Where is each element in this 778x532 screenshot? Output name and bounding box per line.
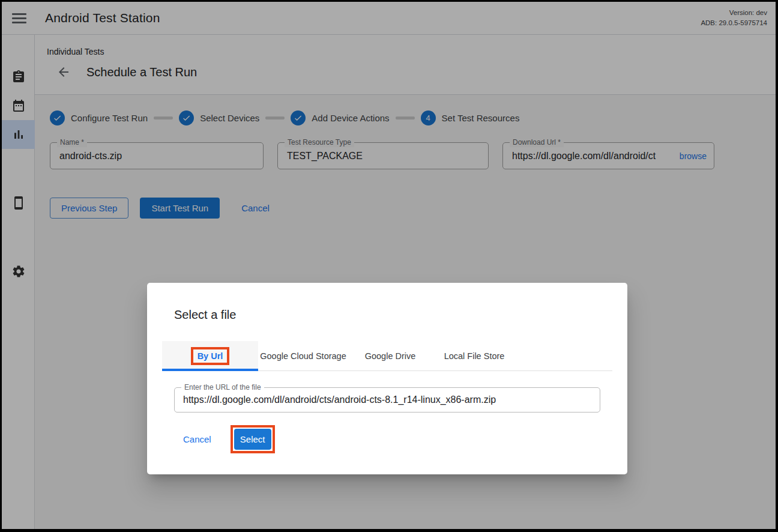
dialog-cancel-button[interactable]: Cancel — [183, 434, 211, 444]
screenshot-frame: Android Test Station Version: dev ADB: 2… — [0, 0, 778, 532]
dialog-select-button[interactable]: Select — [234, 429, 271, 450]
app-window: Android Test Station Version: dev ADB: 2… — [2, 2, 776, 529]
url-input-label: Enter the URL of the file — [181, 383, 264, 392]
url-input-field[interactable]: Enter the URL of the file https://dl.goo… — [174, 387, 600, 413]
select-highlight-box: Select — [231, 425, 275, 453]
by-url-highlight-box: By Url — [191, 347, 230, 365]
dialog-tabs: By Url Google Cloud Storage Google Drive… — [162, 341, 612, 371]
dialog-actions: Cancel Select — [183, 425, 627, 453]
tab-google-cloud-storage[interactable]: Google Cloud Storage — [258, 341, 348, 370]
url-input-value: https://dl.google.com/dl/android/cts/and… — [175, 394, 600, 405]
tab-local-file-store[interactable]: Local File Store — [432, 341, 516, 370]
select-file-dialog: Select a file By Url Google Cloud Storag… — [147, 283, 627, 474]
tab-google-drive[interactable]: Google Drive — [348, 341, 432, 370]
tab-by-url[interactable]: By Url — [162, 341, 258, 370]
dialog-title: Select a file — [174, 308, 627, 322]
